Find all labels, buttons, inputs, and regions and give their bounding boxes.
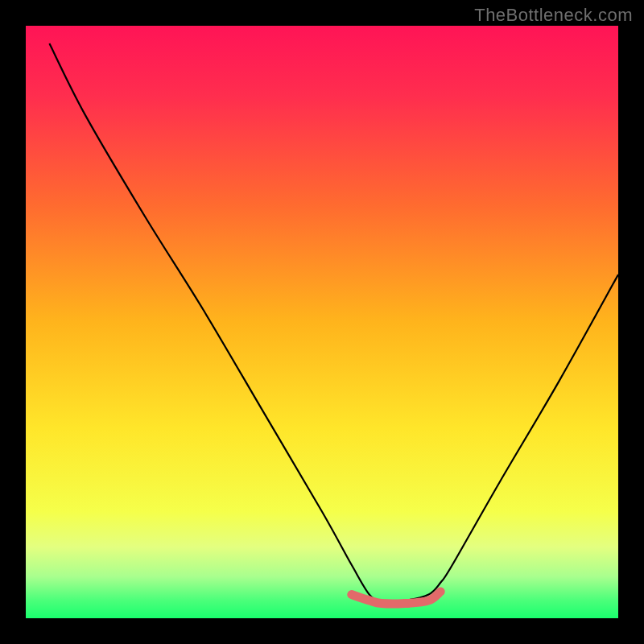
chart-frame: TheBottleneck.com (0, 0, 644, 644)
bottleneck-chart (0, 0, 644, 644)
watermark-label: TheBottleneck.com (474, 5, 633, 26)
plot-background (26, 26, 618, 618)
